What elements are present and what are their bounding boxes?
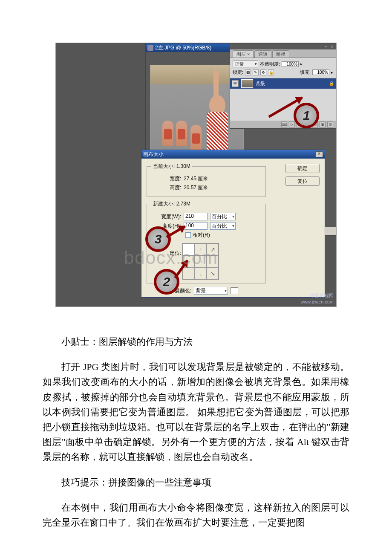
anchor-cell-bm[interactable]: ↓ [195, 267, 207, 279]
annotation-1-label: 1 [303, 108, 310, 123]
lock-paint-icon[interactable]: ✎ [253, 69, 259, 75]
link-icon[interactable]: ⌨ [281, 121, 287, 127]
fill-input[interactable]: 100% [312, 69, 329, 75]
trash-icon[interactable]: 🗑 [327, 121, 333, 127]
layer-list: 👁 背景 🔒 [230, 78, 336, 121]
screenshot-figure: 2左.JPG @ 50%(RGB/8) _ □ × [55, 43, 337, 307]
reset-button[interactable]: 复位 [285, 176, 320, 186]
lock-label: 锁定: [233, 69, 243, 75]
annotation-3: 3 [145, 226, 171, 252]
relative-label: 相对(R) [193, 231, 210, 239]
new-layer-icon[interactable]: ▣ [320, 121, 326, 127]
layers-panel: − × 图层 × 通道 路径 正常 不透明度: 100% ▸ [230, 43, 336, 129]
article-body: 小贴士：图层解锁的作用与方法 打开 JPG 类图片时，我们可以发现背景层是被锁定… [0, 334, 392, 555]
current-size-legend: 当前大小: 1.30M [151, 163, 192, 170]
anchor-cell-tr[interactable]: ↗ [207, 243, 219, 255]
tab-layers[interactable]: 图层 × [233, 50, 254, 58]
doc-title: 2左.JPG @ 50%(RGB/8) [155, 44, 211, 52]
annotation-1: 1 [294, 103, 319, 128]
para-hint-title: 技巧提示：拼接图像的一些注意事项 [43, 475, 349, 490]
new-width-label: 宽度(W): [151, 213, 181, 220]
layer-name[interactable]: 背景 [256, 81, 265, 87]
visibility-icon[interactable]: 👁 [232, 80, 239, 87]
fill-slider-icon[interactable]: ▸ [331, 70, 333, 75]
watermark-corner-2: www.jcwcn.com [300, 299, 334, 305]
panel-tabs: 图层 × 通道 路径 [230, 49, 336, 58]
anchor-cell-br[interactable]: ↘ [207, 267, 219, 279]
blend-mode-select[interactable]: 正常 [233, 61, 258, 67]
dialog-titlebar: 画布大小 × [141, 150, 325, 159]
anchor-cell-bl[interactable] [183, 267, 195, 279]
cur-width-label: 宽度: [151, 175, 181, 182]
dialog-title: 画布大小 [143, 151, 164, 158]
height-unit-select[interactable]: 百分比 [210, 222, 236, 230]
relative-checkbox[interactable] [185, 232, 191, 238]
lock-icon: 🔒 [329, 81, 334, 86]
tab-channels[interactable]: 通道 [254, 50, 271, 58]
anchor-cell-tm[interactable]: ↑ [195, 243, 207, 255]
width-unit-select[interactable]: 百分比 [210, 213, 236, 220]
dialog-close-button[interactable]: × [315, 151, 323, 157]
cur-height-label: 高度: [151, 184, 181, 191]
anchor-cell-mr[interactable] [207, 255, 219, 267]
watermark-corner: 中国教程网 www.jcwcn.com [300, 292, 334, 305]
lock-move-icon[interactable]: ✥ [260, 69, 266, 75]
annotation-3-label: 3 [155, 232, 162, 246]
opacity-slider-icon[interactable]: ▸ [300, 62, 303, 66]
anchor-cell-tl[interactable] [183, 243, 195, 255]
ok-button[interactable]: 确定 [285, 164, 320, 173]
para-tip-body: 打开 JPG 类图片时，我们可以发现背景层是被锁定的，不能被移动。如果我们改变画… [43, 359, 349, 464]
annotation-2-label: 2 [163, 275, 170, 289]
panel-minimize-icon[interactable]: − [324, 44, 327, 49]
color-swatch[interactable] [231, 287, 238, 294]
opacity-input[interactable]: 100% [282, 61, 299, 67]
panel-close-icon[interactable]: × [331, 44, 333, 49]
para-hint-body: 在本例中，我们用画布大小命令将图像变宽，这样新拉入的图层可以完全显示在窗口中了。… [43, 500, 349, 530]
fill-label: 填充: [300, 69, 311, 75]
watermark-corner-1: 中国教程网 [300, 292, 334, 298]
tab-paths[interactable]: 路径 [272, 50, 289, 58]
ext-color-select[interactable]: 背景 [194, 287, 228, 295]
panel-footer: ⌨ fx ◐ ◑ ▭ ▣ 🗑 [230, 121, 336, 128]
current-size-group: 当前大小: 1.30M 宽度: 27.45 厘米 高度: 20.57 厘米 [147, 163, 266, 197]
para-tip-title: 小贴士：图层解锁的作用与方法 [43, 334, 349, 349]
fx-icon[interactable]: fx [289, 121, 295, 127]
annotation-2: 2 [154, 269, 179, 295]
doc-icon [147, 45, 153, 51]
anchor-cell-mm[interactable]: → [195, 255, 207, 267]
layer-thumbnail[interactable] [241, 79, 253, 88]
layer-row-background[interactable]: 👁 背景 🔒 [230, 78, 336, 89]
new-size-legend: 新建大小: 2.73M [151, 200, 192, 208]
cur-height-value: 20.57 厘米 [184, 184, 218, 191]
opacity-label: 不透明度: [260, 61, 280, 67]
width-input[interactable]: 210 [184, 213, 208, 220]
lock-all-icon[interactable]: 🔒 [268, 69, 274, 75]
cur-width-value: 27.45 厘米 [184, 175, 218, 182]
lock-transparent-icon[interactable]: ▦ [245, 69, 251, 75]
